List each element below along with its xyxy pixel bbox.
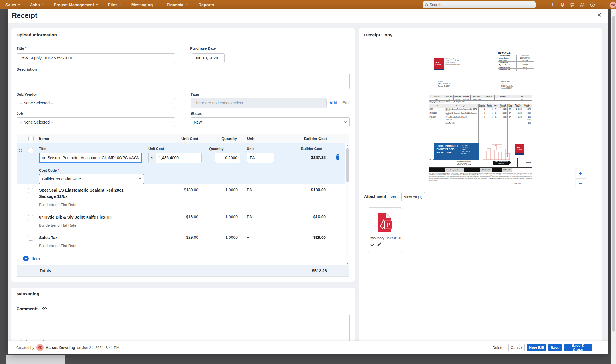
cost-code-label: Cost Code * (39, 168, 59, 172)
chevron-down-icon (42, 3, 44, 5)
skyline-illustration (482, 143, 512, 160)
save-button[interactable]: Save (548, 344, 562, 351)
add-icon[interactable]: + (550, 2, 555, 7)
items-scrollbar[interactable] (345, 143, 349, 266)
totals-label: Totals (40, 268, 51, 273)
cancel-button[interactable]: Cancel (508, 344, 525, 351)
quantity-input[interactable] (215, 153, 240, 163)
community-icon[interactable] (580, 2, 585, 7)
upload-information-card: Upload Information Title * Purchase Date… (11, 28, 355, 282)
status-select[interactable]: New (191, 117, 350, 127)
scroll-down-icon (346, 263, 349, 264)
item-cost-code: Buildertrend Flat Rate (39, 223, 76, 227)
row-checkbox[interactable] (28, 188, 33, 193)
nav-item[interactable]: Reports (198, 3, 214, 7)
nav-item[interactable]: Sales (5, 3, 20, 7)
save-and-close-button[interactable]: Save & Close (564, 344, 592, 351)
row-checkbox[interactable] (28, 148, 33, 153)
modal-header: Receipt ✕ (8, 9, 608, 23)
unit-cost-input[interactable] (156, 153, 202, 163)
cost-code-select[interactable]: Buildertrend Flat Rate (39, 174, 144, 184)
section-heading: Messaging (17, 291, 39, 297)
nav-item[interactable]: Project Management (54, 3, 98, 7)
item-title: 6" Hyde Blk & Slv Joint Knife Flex HH (39, 214, 133, 220)
eye-icon (42, 307, 47, 310)
quantity-label: Quantity (209, 147, 224, 151)
attachments-add-button[interactable]: Add (386, 192, 399, 201)
modal-footer: Created by MD Marcus Downing on Jun 21, … (8, 341, 608, 354)
invoice-title: INVOICE (498, 51, 534, 54)
builder-cost-label: Builder Cost (301, 147, 322, 151)
nav-item[interactable]: Messaging (131, 3, 156, 7)
zoom-in-button[interactable]: + (576, 168, 586, 178)
tags-add-link[interactable]: Add (329, 100, 337, 105)
totals-value: $512.28 (312, 268, 327, 273)
item-builder-cost: $29.00 (313, 235, 326, 240)
item-unit: EA (247, 215, 252, 219)
page-title: Receipt (12, 11, 37, 20)
description-input[interactable] (17, 73, 350, 89)
row-checkbox[interactable] (28, 236, 33, 241)
item-title-input[interactable] (39, 153, 142, 163)
delete-button[interactable]: Delete (490, 344, 506, 351)
item-unit-cost: $180.00 (184, 188, 198, 192)
chevron-down-icon (18, 3, 20, 5)
company-address: L&W Supply Corporation1 ABC Parkway Ste … (446, 58, 460, 66)
sub-vendor-select[interactable]: -- None Selected -- (17, 98, 175, 108)
help-icon[interactable]: ? (590, 2, 595, 7)
chevron-down-icon (96, 3, 98, 5)
item-cost-code: Buildertrend Flat Rate (39, 244, 76, 248)
new-bill-button[interactable]: New Bill (527, 344, 546, 351)
column-header-items: Items (35, 137, 147, 141)
search-input[interactable]: Search (423, 1, 536, 8)
notifications-bell-icon[interactable] (560, 2, 565, 7)
created-by-text: Created by (16, 346, 34, 350)
nav-item[interactable]: Financial (167, 3, 188, 7)
table-row: Sales Tax Buildertrend Flat Rate $29.00 … (17, 231, 346, 252)
status-label: Status (191, 111, 202, 116)
attachment-card[interactable]: P lwsupply_152501-0001 (368, 207, 402, 252)
add-item-button[interactable]: Item (32, 256, 40, 261)
receipt-modal: Receipt ✕ Upload Information Title * Pur… (8, 9, 608, 354)
purchase-date-input[interactable] (192, 53, 225, 63)
items-table-body: Title Unit Cost Quantity Unit Builder Co… (17, 143, 349, 266)
shipping-branch-row: Shipping Branch: 7226 Nampa, ID (208) 46… (429, 101, 532, 103)
select-all-checkbox[interactable] (28, 136, 34, 141)
item-unit: -- (247, 235, 249, 240)
item-unit: EA (247, 188, 252, 192)
page-scrollbar[interactable] (611, 9, 616, 364)
item-unit-cost: $29.00 (186, 235, 198, 240)
search-placeholder: Search (430, 3, 441, 7)
pencil-icon[interactable] (377, 242, 382, 247)
user-avatar[interactable]: MD (610, 2, 616, 8)
pay-online-bar: VIEW AND PAY ONLINE:https://lwsupply.bil… (429, 168, 532, 172)
zoom-out-button[interactable]: − (576, 178, 586, 188)
nav-item[interactable]: Files (108, 3, 121, 7)
svg-text:?: ? (592, 3, 593, 6)
chevron-down-icon[interactable] (370, 243, 374, 246)
unit-cost-label: Unit Cost (148, 147, 164, 151)
close-icon[interactable]: ✕ (597, 12, 601, 18)
attachments-view-all-button[interactable]: View All (1) (401, 192, 425, 201)
title-label: Title (39, 147, 46, 151)
currency-prefix: $ (148, 153, 156, 163)
lw-supply-logo: L&W SUPPLY (515, 144, 524, 155)
title-input[interactable] (17, 53, 175, 63)
drag-handle-icon[interactable] (19, 149, 22, 153)
trash-icon[interactable] (335, 153, 341, 161)
chevron-down-icon (170, 101, 172, 104)
row-checkbox[interactable] (28, 215, 33, 220)
job-select[interactable]: -- None Selected -- (17, 117, 175, 127)
scrollbar-thumb[interactable] (612, 16, 615, 332)
purchase-date-label: Purchase Date (190, 46, 216, 50)
nav-item[interactable]: Jobs (30, 3, 44, 7)
plus-circle-icon[interactable]: + (23, 256, 29, 261)
unit-input[interactable] (247, 153, 274, 163)
page-number: Page 1 of 1 (427, 182, 535, 184)
items-table: Items Unit Cost Quantity Unit Builder Co… (17, 134, 349, 277)
created-on-text: on Jun 21, 2024, 3:41 PM (77, 346, 120, 350)
builder-cost-value: $287.28 (311, 155, 326, 160)
chat-icon[interactable] (570, 2, 575, 7)
item-unit-cost: $16.00 (186, 215, 198, 219)
top-nav: Sales Jobs Project Management Files Mess… (0, 0, 616, 9)
